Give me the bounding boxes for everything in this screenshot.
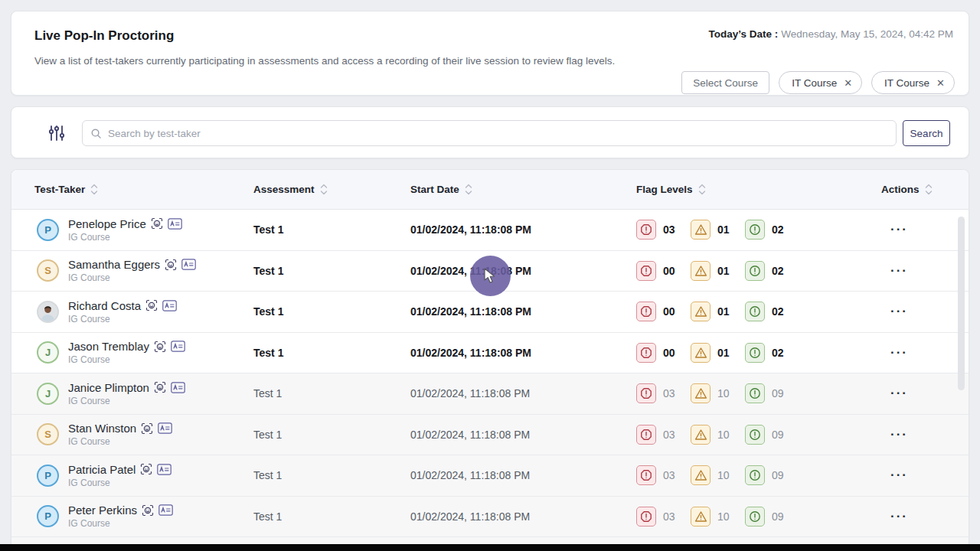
filter-sliders-icon[interactable] bbox=[47, 124, 67, 142]
vertical-scrollbar-thumb[interactable] bbox=[958, 217, 965, 390]
actions-menu-button[interactable]: ··· bbox=[890, 513, 908, 520]
flag-pair: 09 bbox=[745, 383, 786, 403]
table-body: PPenelope PriceIG CourseTest 101/02/2024… bbox=[11, 210, 969, 551]
course-chip[interactable]: IT Course ✕ bbox=[779, 71, 862, 94]
id-card-icon bbox=[162, 300, 177, 311]
avatar: P bbox=[37, 219, 59, 241]
flag-count: 02 bbox=[772, 265, 784, 277]
flag-levels-cell: 000102 bbox=[636, 343, 881, 363]
avatar: J bbox=[37, 383, 59, 405]
actions-menu-button[interactable]: ··· bbox=[890, 267, 908, 275]
id-card-icon bbox=[168, 218, 182, 230]
success-flag-badge bbox=[745, 302, 765, 321]
test-taker-name: Stan Winston bbox=[68, 422, 136, 435]
flag-pair: 03 bbox=[636, 383, 678, 403]
success-flag-badge bbox=[745, 261, 765, 281]
actions-menu-button[interactable]: ··· bbox=[890, 471, 908, 479]
flag-pair: 03 bbox=[636, 220, 678, 240]
test-taker-text: Janice PlimptonIG Course bbox=[68, 381, 185, 406]
face-scan-icon bbox=[141, 422, 153, 435]
critical-flag-badge bbox=[636, 465, 656, 485]
assessment-cell: Test 1 bbox=[253, 265, 410, 277]
avatar: S bbox=[37, 259, 59, 282]
actions-menu-button[interactable]: ··· bbox=[890, 226, 908, 233]
start-date-cell: 01/02/2024, 11:18:08 PM bbox=[410, 510, 636, 523]
flag-count: 01 bbox=[717, 265, 730, 277]
test-taker-text: Richard CostaIG Course bbox=[68, 299, 177, 324]
flag-pair: 01 bbox=[691, 343, 732, 363]
flag-count: 09 bbox=[772, 387, 784, 399]
test-taker-cell: JJason TremblayIG Course bbox=[34, 340, 253, 365]
actions-cell: ··· bbox=[881, 223, 969, 236]
sort-icon[interactable] bbox=[465, 183, 472, 196]
todays-date-label: Today’s Date : bbox=[709, 28, 779, 40]
flag-pair: 02 bbox=[745, 302, 786, 321]
test-taker-name: Samantha Eggers bbox=[68, 258, 160, 271]
flag-count: 02 bbox=[772, 305, 784, 318]
face-scan-icon bbox=[142, 504, 154, 517]
test-taker-course: IG Course bbox=[68, 354, 185, 365]
search-toolbar-card: Search bbox=[11, 106, 969, 158]
test-taker-text: Stan WinstonIG Course bbox=[68, 422, 172, 447]
critical-flag-badge bbox=[636, 343, 656, 363]
actions-menu-button[interactable]: ··· bbox=[890, 390, 908, 397]
sort-icon[interactable] bbox=[698, 183, 706, 196]
table-row: PPatricia PatelIG CourseTest 101/02/2024… bbox=[11, 455, 969, 497]
column-header-assessment[interactable]: Assessment bbox=[253, 183, 410, 196]
todays-date-value: Wednesday, May 15, 2024, 04:42 PM bbox=[781, 28, 953, 40]
column-header-actions[interactable]: Actions bbox=[881, 183, 969, 196]
test-taker-cell: PPatricia PatelIG Course bbox=[34, 463, 253, 488]
column-header-start-date[interactable]: Start Date bbox=[410, 183, 636, 196]
assessment-cell: Test 1 bbox=[253, 429, 410, 441]
flag-count: 09 bbox=[772, 469, 784, 481]
face-scan-icon bbox=[154, 341, 166, 353]
search-input[interactable] bbox=[108, 128, 888, 139]
actions-menu-button[interactable]: ··· bbox=[890, 308, 908, 315]
actions-menu-button[interactable]: ··· bbox=[890, 431, 908, 439]
id-card-icon bbox=[171, 341, 185, 352]
search-button[interactable]: Search bbox=[903, 120, 950, 146]
flag-pair: 03 bbox=[636, 465, 678, 485]
page-title: Live Pop-In Proctoring bbox=[34, 28, 174, 44]
table-row: PPeter PerkinsIG CourseTest 101/02/2024,… bbox=[11, 497, 969, 538]
flag-pair: 00 bbox=[636, 343, 678, 363]
warning-flag-badge bbox=[691, 507, 710, 527]
id-card-icon bbox=[157, 464, 172, 475]
flag-levels-cell: 031009 bbox=[636, 465, 881, 485]
column-header-flag-levels[interactable]: Flag Levels bbox=[636, 183, 881, 196]
flag-count: 10 bbox=[717, 387, 730, 399]
course-chip[interactable]: IT Course ✕ bbox=[871, 71, 955, 94]
flag-pair: 03 bbox=[636, 425, 678, 445]
sort-icon[interactable] bbox=[925, 183, 933, 196]
sort-icon[interactable] bbox=[90, 183, 98, 196]
flag-pair: 10 bbox=[691, 507, 732, 527]
search-box[interactable] bbox=[82, 120, 897, 146]
warning-flag-badge bbox=[691, 261, 710, 281]
actions-menu-button[interactable]: ··· bbox=[890, 349, 908, 357]
flag-pair: 09 bbox=[745, 425, 786, 445]
close-icon[interactable]: ✕ bbox=[844, 78, 852, 88]
close-icon[interactable]: ✕ bbox=[936, 78, 945, 88]
actions-cell: ··· bbox=[881, 428, 969, 442]
column-header-test-taker[interactable]: Test-Taker bbox=[34, 183, 253, 196]
avatar: P bbox=[37, 505, 59, 527]
test-taker-name: Patricia Patel bbox=[68, 463, 136, 476]
table-row: JJason TremblayIG CourseTest 101/02/2024… bbox=[11, 333, 969, 374]
id-card-icon bbox=[171, 382, 185, 393]
test-taker-text: Peter PerkinsIG Course bbox=[68, 504, 173, 529]
sort-icon[interactable] bbox=[320, 183, 328, 196]
warning-flag-badge bbox=[691, 302, 710, 321]
select-course-button[interactable]: Select Course bbox=[681, 71, 769, 94]
flag-count: 01 bbox=[717, 305, 730, 318]
flag-pair: 02 bbox=[745, 261, 786, 281]
flag-count: 00 bbox=[663, 265, 675, 277]
todays-date: Today’s Date :Wednesday, May 15, 2024, 0… bbox=[709, 28, 953, 40]
face-scan-icon bbox=[154, 381, 166, 393]
flag-count: 09 bbox=[772, 429, 784, 441]
avatar-photo bbox=[37, 301, 59, 323]
face-scan-icon bbox=[140, 463, 152, 475]
flag-pair: 01 bbox=[691, 261, 732, 281]
warning-flag-badge bbox=[691, 425, 710, 445]
critical-flag-badge bbox=[636, 507, 656, 527]
id-card-icon bbox=[158, 422, 172, 434]
